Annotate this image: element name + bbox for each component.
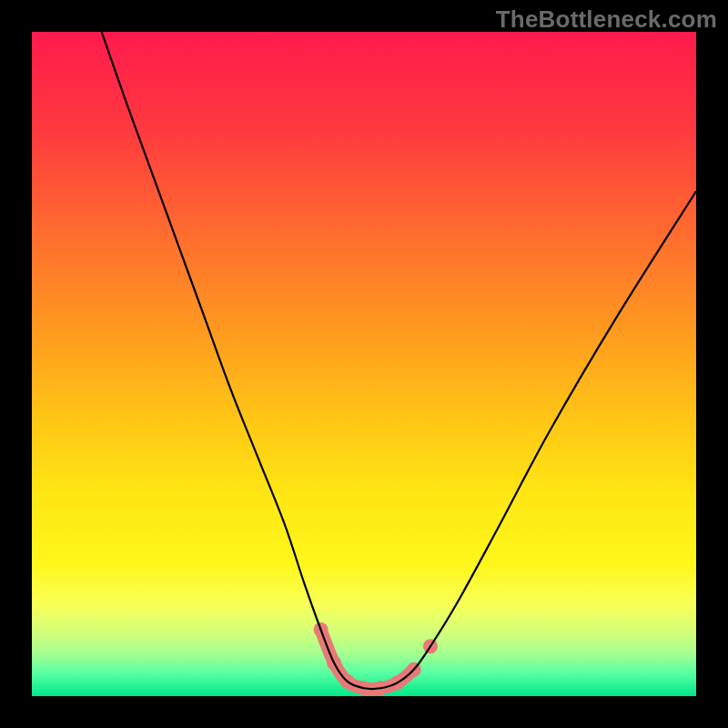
watermark-text: TheBottleneck.com: [496, 5, 717, 34]
bottleneck-chart: [32, 32, 696, 696]
gradient-background: [32, 32, 696, 696]
chart-frame: TheBottleneck.com: [0, 0, 728, 728]
plot-area: [32, 32, 696, 696]
